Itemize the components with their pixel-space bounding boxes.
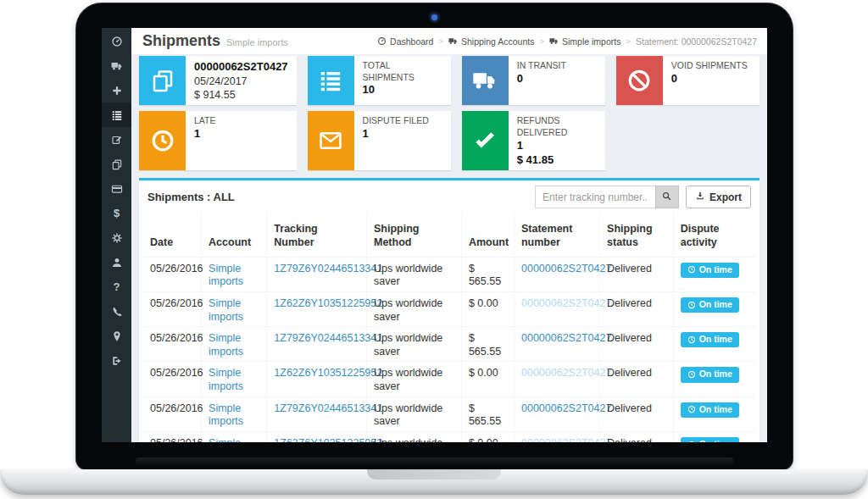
sidebar-item-dashboard[interactable] [102,29,131,53]
clock-icon [687,441,696,442]
column-header[interactable]: Amount [461,213,514,257]
stat-card-void-shipments[interactable]: VOID SHIPMENTS0 [616,56,760,105]
tracking-link[interactable]: 1Z79Z6Y02446513341 [274,263,382,274]
copy-icon [111,158,123,170]
column-header[interactable]: Tracking Number [267,213,367,257]
column-header[interactable]: Shipping status [600,213,674,257]
copy-icon [150,68,175,93]
screen: $? ShipmentsSimple imports Dashboard>Shi… [102,28,767,442]
truck-icon [111,60,123,72]
stat-card-line: VOID SHIPMENTS [671,60,748,72]
sidebar-item-logout[interactable] [102,348,131,373]
column-header[interactable]: Statement number [514,213,599,257]
search-button[interactable] [655,186,679,208]
tracking-cell: 1Z79Z6Y02446513341 [267,327,367,362]
stat-card-dispute-filed[interactable]: DISPUTE FILED1 [308,111,451,170]
statement-link[interactable]: 00000062S2T0427 [521,437,611,442]
tracking-link[interactable]: 1Z62Z6Y10351225952 [274,297,382,309]
on-time-badge[interactable]: On time [681,263,739,278]
sidebar-item-help[interactable]: ? [102,274,131,299]
account-link[interactable]: Simple imports [209,263,243,288]
dispute-activity-cell: On time [673,396,755,431]
on-time-badge[interactable]: On time [681,367,739,382]
stat-card-line: REFUNDS DELIVERED [517,115,597,138]
dispute-activity-cell: On time [673,327,755,362]
stat-card-line: 1 [363,127,429,141]
page-subtitle: Simple imports [226,37,288,47]
sidebar-item-billing[interactable] [102,176,131,201]
account-link[interactable]: Simple imports [209,402,243,428]
tracking-cell: 1Z62Z6Y10351225952 [267,291,367,326]
tracking-link[interactable]: 1Z62Z6Y10351225952 [274,437,382,442]
gauge-icon [377,36,387,46]
column-header[interactable]: Account [202,213,267,257]
amount-cell: $ 565.55 [461,327,514,362]
stat-card-line: 05/24/2017 [194,75,288,88]
sidebar-item-location[interactable] [102,324,131,348]
breadcrumb-item[interactable]: Dashboard [377,36,433,47]
topbar: ShipmentsSimple imports Dashboard>Shippi… [131,28,767,54]
gear-icon [111,232,123,244]
tracking-link[interactable]: 1Z79Z6Y02446513341 [274,332,382,344]
sidebar-item-settings[interactable] [102,225,131,250]
statement-link[interactable]: 00000062S2T0427 [521,332,611,344]
stat-card-line: TOTAL SHIPMENTS [363,60,442,83]
sidebar-item-contact[interactable] [102,299,131,324]
search-group [535,186,679,208]
table-row: 05/26/2016Simple imports1Z62Z6Y103512259… [143,431,755,442]
stat-card-late[interactable]: LATE1 [139,111,297,170]
account-link[interactable]: Simple imports [209,297,243,323]
tracking-link[interactable]: 1Z79Z6Y02446513341 [274,402,382,414]
statement-link[interactable]: 00000062S2T0427 [521,263,611,274]
breadcrumb-label: Shipping Accounts [461,36,534,47]
on-time-badge[interactable]: On time [681,402,739,418]
plus-icon [111,85,123,97]
base-notch [367,469,501,480]
gauge-icon [111,36,123,47]
table-row: 05/26/2016Simple imports1Z79Z6Y024465133… [143,257,755,291]
stat-card-refunds-delivered[interactable]: REFUNDS DELIVERED1$ 41.85 [462,111,605,170]
sidebar-item-add[interactable] [102,78,131,103]
dispute-activity-cell: On time [673,431,755,442]
column-header[interactable]: Shipping Method [367,213,462,257]
column-header[interactable]: Date [143,213,202,257]
breadcrumb-item[interactable]: Shipping Accounts [448,36,534,47]
clock-icon [687,265,696,274]
stat-card-body: TOTAL SHIPMENTS10 [354,56,451,105]
stat-card-total-shipments[interactable]: TOTAL SHIPMENTS10 [308,56,451,105]
statement-link[interactable]: 00000062S2T0427 [521,297,611,309]
stat-card-in-transit[interactable]: IN TRANSIT0 [462,56,605,105]
sidebar-item-statements[interactable] [102,152,131,176]
logout-icon [111,355,123,367]
sidebar-item-payments[interactable]: $ [102,201,131,225]
stat-card-statement[interactable]: 00000062S2T042705/24/2017$ 914.55 [139,56,297,105]
column-header[interactable]: Dispute activity [673,213,755,257]
sidebar-item-shipping[interactable] [102,53,131,78]
export-button[interactable]: Export [686,186,751,208]
sidebar-item-shipments-list[interactable] [102,103,131,127]
stat-card-line: 1 [517,139,597,153]
breadcrumb-item[interactable]: Simple imports [549,36,620,47]
on-time-badge[interactable]: On time [681,332,739,347]
on-time-badge[interactable]: On time [681,297,739,313]
account-link[interactable]: Simple imports [209,437,243,442]
account-cell: Simple imports [202,257,267,291]
page-heading: ShipmentsSimple imports [142,32,288,50]
account-cell: Simple imports [202,327,267,362]
sidebar-item-edit[interactable] [102,127,131,152]
breadcrumb: Dashboard>Shipping Accounts>Simple impor… [377,36,757,47]
clock-icon [150,128,175,153]
dispute-activity-cell: On time [673,362,755,396]
tracking-link[interactable]: 1Z62Z6Y10351225952 [274,367,382,379]
tracking-search-input[interactable] [535,186,655,208]
clock-icon [687,370,696,379]
question-icon: ? [111,281,123,293]
statement-cell: 00000062S2T0427 [514,431,599,442]
account-link[interactable]: Simple imports [209,332,243,358]
badge-label: On time [699,299,732,310]
account-link[interactable]: Simple imports [209,367,243,392]
statement-link[interactable]: 00000062S2T0427 [521,402,611,414]
on-time-badge[interactable]: On time [681,437,739,442]
statement-link[interactable]: 00000062S2T0427 [521,367,611,379]
sidebar-item-account[interactable] [102,250,131,274]
